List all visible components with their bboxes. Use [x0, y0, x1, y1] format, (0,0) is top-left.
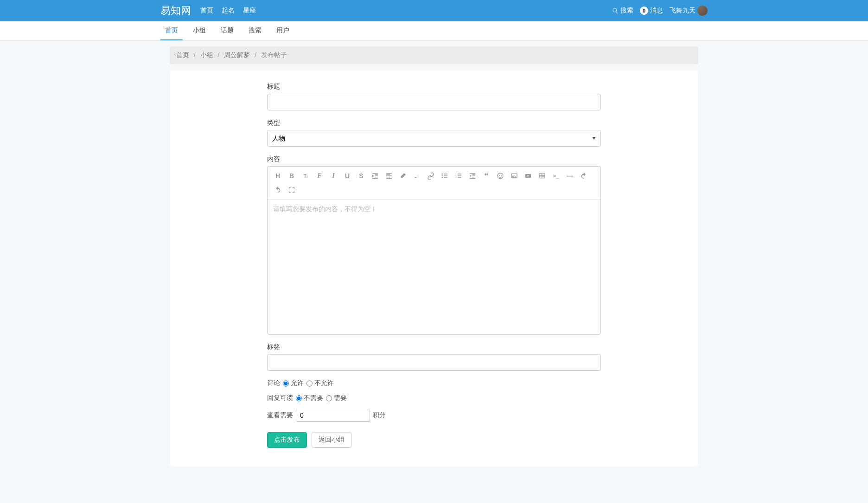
- svg-rect-12: [539, 174, 545, 178]
- fontfamily-icon[interactable]: F: [313, 169, 326, 182]
- content-editor: H B TI F I U S 123 “: [267, 166, 601, 335]
- username-label: 飞舞九天: [670, 6, 696, 15]
- messages-link[interactable]: 0 消息: [640, 6, 663, 15]
- title-label: 标题: [267, 83, 601, 91]
- crumb-current: 发布帖子: [261, 51, 287, 58]
- video-icon[interactable]: [522, 169, 535, 182]
- tab-home[interactable]: 首页: [160, 21, 183, 40]
- comment-label: 评论: [267, 379, 280, 387]
- svg-text:3: 3: [455, 176, 457, 179]
- back-button[interactable]: 返回小组: [312, 432, 351, 448]
- msg-count-badge: 0: [640, 6, 648, 15]
- nav-naming[interactable]: 起名: [222, 6, 235, 15]
- reply-row: 回复可读 不需要 需要: [267, 394, 601, 402]
- code-icon[interactable]: >_: [549, 169, 562, 182]
- top-nav: 首页 起名 星座: [200, 6, 256, 15]
- points-row: 查看需要 积分: [267, 409, 601, 422]
- align-icon[interactable]: [383, 169, 396, 182]
- bold-icon[interactable]: B: [285, 169, 298, 182]
- comment-allow-radio[interactable]: [283, 380, 289, 387]
- type-label: 类型: [267, 119, 601, 127]
- tab-group[interactable]: 小组: [188, 21, 211, 40]
- fullscreen-icon[interactable]: [285, 183, 298, 196]
- redo-icon[interactable]: [271, 183, 284, 196]
- sub-header: 首页 小组 话题 搜索 用户: [0, 21, 868, 41]
- outdent-icon[interactable]: [466, 169, 479, 182]
- crumb-dream[interactable]: 周公解梦: [224, 51, 250, 58]
- svg-point-7: [499, 175, 500, 176]
- heading-icon[interactable]: H: [271, 169, 284, 182]
- brush-icon[interactable]: [410, 169, 423, 182]
- emoji-icon[interactable]: [494, 169, 507, 182]
- svg-point-8: [501, 175, 502, 176]
- tab-topic[interactable]: 话题: [216, 21, 238, 40]
- tags-label: 标签: [267, 343, 601, 351]
- user-menu[interactable]: 飞舞九天: [670, 6, 708, 16]
- points-prefix: 查看需要: [267, 411, 293, 419]
- points-suffix: 积分: [373, 411, 386, 419]
- points-input[interactable]: [296, 409, 370, 422]
- nav-home[interactable]: 首页: [200, 6, 213, 15]
- content-label: 内容: [267, 155, 601, 163]
- comment-row: 评论 允许 不允许: [267, 379, 601, 387]
- eraser-icon[interactable]: [396, 169, 409, 182]
- svg-point-1: [441, 175, 443, 177]
- reply-need-radio[interactable]: [326, 395, 332, 401]
- indent-icon[interactable]: [369, 169, 382, 182]
- breadcrumb: 首页 / 小组 / 周公解梦 / 发布帖子: [170, 46, 698, 64]
- undo-icon[interactable]: [577, 169, 590, 182]
- content-textarea[interactable]: 请填写您要发布的内容，不得为空！: [268, 200, 600, 334]
- submit-button[interactable]: 点击发布: [267, 432, 307, 448]
- image-icon[interactable]: [508, 169, 521, 182]
- editor-toolbar: H B TI F I U S 123 “: [268, 167, 600, 200]
- comment-disallow-radio[interactable]: [306, 380, 313, 387]
- reply-label: 回复可读: [267, 394, 293, 402]
- strikethrough-icon[interactable]: S: [355, 169, 368, 182]
- top-header: 易知网 首页 起名 星座 搜索 0 消息 飞舞九天: [0, 0, 868, 21]
- unordered-list-icon[interactable]: [438, 169, 451, 182]
- reply-noneed-radio[interactable]: [296, 395, 302, 401]
- crumb-home[interactable]: 首页: [176, 51, 189, 58]
- svg-point-6: [498, 173, 503, 179]
- ordered-list-icon[interactable]: 123: [452, 169, 465, 182]
- form-panel: 标题 类型 人物 内容 H B TI F I U S: [170, 71, 698, 466]
- nav-horoscope[interactable]: 星座: [243, 6, 256, 15]
- quote-icon[interactable]: “: [480, 169, 493, 182]
- tags-input[interactable]: [267, 354, 601, 371]
- title-input[interactable]: [267, 94, 601, 110]
- table-icon[interactable]: [536, 169, 549, 182]
- link-icon[interactable]: [424, 169, 437, 182]
- avatar: [697, 6, 708, 16]
- search-icon: [612, 7, 619, 14]
- search-link[interactable]: 搜索: [612, 6, 633, 15]
- type-select[interactable]: 人物: [267, 130, 601, 147]
- svg-point-2: [441, 177, 443, 179]
- hr-icon[interactable]: —: [563, 169, 576, 182]
- site-logo[interactable]: 易知网: [160, 4, 191, 18]
- fontsize-icon[interactable]: TI: [299, 169, 312, 182]
- tab-user[interactable]: 用户: [272, 21, 294, 40]
- svg-point-10: [512, 175, 513, 176]
- italic-icon[interactable]: I: [327, 169, 340, 182]
- underline-icon[interactable]: U: [341, 169, 354, 182]
- crumb-group[interactable]: 小组: [200, 51, 213, 58]
- tab-search[interactable]: 搜索: [244, 21, 266, 40]
- svg-point-0: [441, 174, 443, 175]
